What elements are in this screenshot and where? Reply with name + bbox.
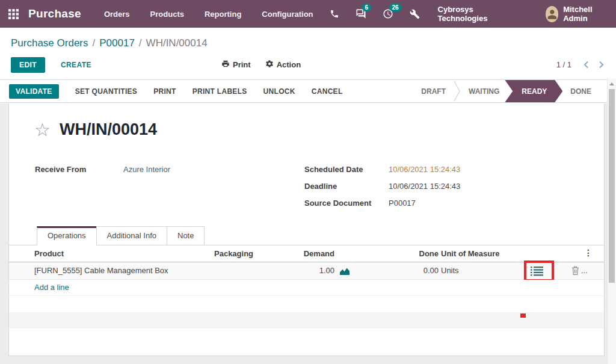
- header-product[interactable]: Product: [34, 249, 64, 258]
- form-statusbar: VALIDATE SET QUANTITIES PRINT PRINT LABE…: [0, 79, 616, 103]
- delete-row-button[interactable]: ...: [571, 265, 588, 276]
- pager-next-icon[interactable]: [599, 61, 604, 69]
- scrollbar-up-arrow-icon[interactable]: [609, 82, 614, 85]
- operations-table: Product Packaging Demand Done Unit of Me…: [9, 245, 604, 329]
- breadcrumb: Purchase Orders/P00017/WH/IN/00014: [0, 28, 616, 49]
- receive-from-label: Receive From: [35, 165, 86, 174]
- breadcrumb-separator: /: [139, 37, 142, 49]
- validate-button[interactable]: VALIDATE: [9, 84, 59, 99]
- row-product-value: [FURN_5555] Cable Management Box: [34, 266, 168, 275]
- apps-grid-icon[interactable]: [8, 8, 19, 19]
- pager-previous-icon[interactable]: [584, 61, 589, 69]
- column-options-icon[interactable]: ⋮: [584, 248, 593, 258]
- header-unit-of-measure[interactable]: Unit of Measure: [441, 249, 500, 258]
- scheduled-date-label: Scheduled Date: [304, 165, 363, 174]
- statusbar-buttons: VALIDATE SET QUANTITIES PRINT PRINT LABE…: [9, 84, 343, 99]
- user-name[interactable]: Mitchell Admin: [563, 5, 608, 23]
- breadcrumb-p00017[interactable]: P00017: [99, 37, 135, 49]
- app-menu: Orders Products Reporting Configuration: [104, 10, 313, 19]
- row-uom-value: Units: [441, 266, 459, 275]
- highlight-marker: [520, 313, 526, 318]
- company-name[interactable]: Cybrosys Technologies: [438, 5, 508, 23]
- row-trailing-ellipsis: ...: [581, 266, 588, 275]
- menu-reporting[interactable]: Reporting: [205, 10, 241, 19]
- menu-orders[interactable]: Orders: [104, 10, 130, 19]
- print-menu-label: Print: [233, 60, 251, 69]
- action-menu-label: Action: [277, 60, 301, 69]
- header-packaging[interactable]: Packaging: [214, 249, 253, 258]
- messages-badge: 6: [362, 4, 372, 11]
- pager: 1 / 1: [556, 60, 605, 69]
- table-header-row: Product Packaging Demand Done Unit of Me…: [9, 245, 604, 262]
- header-demand[interactable]: Demand: [274, 249, 334, 258]
- forecast-chart-icon[interactable]: [339, 267, 350, 277]
- odoo-purchase-receipt-screen: Purchase Orders Products Reporting Confi…: [0, 0, 616, 364]
- control-panel: EDIT CREATE Print Action 1 / 1: [11, 57, 605, 73]
- unlock-button[interactable]: UNLOCK: [263, 87, 295, 96]
- state-waiting[interactable]: WAITING: [461, 80, 507, 102]
- deadline-value: 10/06/2021 15:24:43: [389, 182, 460, 191]
- set-quantities-button[interactable]: SET QUANTITIES: [75, 87, 138, 96]
- top-navbar: Purchase Orders Products Reporting Confi…: [0, 0, 616, 28]
- row-done-value: 0.00: [378, 266, 439, 275]
- favorite-star-icon[interactable]: ☆: [34, 121, 51, 139]
- tools-wrench-icon[interactable]: [410, 8, 420, 19]
- breadcrumb-purchase-orders[interactable]: Purchase Orders: [11, 37, 88, 49]
- tab-operations[interactable]: Operations: [37, 226, 97, 245]
- state-draft[interactable]: DRAFT: [413, 80, 454, 102]
- tab-note[interactable]: Note: [167, 226, 205, 245]
- control-panel-tools: Print Action: [221, 57, 301, 73]
- add-line-row: Add a line: [9, 280, 604, 296]
- notebook-tabs: Operations Additional Info Note: [9, 227, 604, 245]
- pager-counter: 1 / 1: [556, 60, 571, 69]
- navbar-right: 6 26 Cybrosys Technologies Mitchell Admi…: [313, 5, 608, 23]
- deadline-label: Deadline: [304, 182, 337, 191]
- scrollbar-thumb[interactable]: [609, 89, 615, 283]
- state-separator: [454, 80, 461, 102]
- menu-configuration[interactable]: Configuration: [262, 10, 313, 19]
- phone-icon[interactable]: [330, 8, 339, 19]
- table-row[interactable]: [FURN_5555] Cable Management Box 1.00 0.…: [9, 262, 604, 280]
- printer-icon: [221, 60, 230, 70]
- breadcrumb-active: WH/IN/00014: [146, 37, 208, 49]
- create-button[interactable]: CREATE: [61, 61, 91, 69]
- scheduled-date-value: 10/06/2021 15:24:43: [389, 165, 460, 174]
- document-title: WH/IN/00014: [60, 120, 157, 139]
- source-document-label: Source Document: [304, 199, 371, 208]
- row-demand-value: 1.00: [274, 266, 334, 275]
- edit-button[interactable]: EDIT: [11, 57, 45, 73]
- print-menu-button[interactable]: Print: [221, 60, 251, 70]
- activities-badge: 26: [389, 4, 402, 11]
- activities-clock-icon[interactable]: 26: [383, 8, 393, 19]
- vertical-scrollbar[interactable]: [607, 78, 616, 364]
- gear-icon: [265, 60, 274, 70]
- tab-additional-info[interactable]: Additional Info: [96, 226, 167, 245]
- state-ready-active[interactable]: READY: [505, 80, 562, 102]
- cancel-button[interactable]: CANCEL: [312, 87, 343, 96]
- user-avatar[interactable]: [546, 6, 559, 22]
- add-a-line-link[interactable]: Add a line: [34, 283, 69, 292]
- messages-icon[interactable]: 6: [356, 8, 366, 19]
- header-done[interactable]: Done: [378, 249, 439, 258]
- action-menu-button[interactable]: Action: [265, 60, 301, 70]
- status-pipeline: DRAFT WAITING READY DONE: [413, 80, 616, 102]
- empty-row: [9, 296, 604, 312]
- print-labels-button[interactable]: PRINT LABELS: [192, 87, 247, 96]
- state-done[interactable]: DONE: [562, 80, 599, 102]
- source-document-value: P00017: [389, 199, 416, 208]
- highlight-box: [524, 261, 554, 282]
- title-row: ☆ WH/IN/00014: [34, 120, 157, 139]
- receive-from-value: Azure Interior: [123, 165, 170, 174]
- empty-row-striped: [9, 312, 604, 329]
- app-name[interactable]: Purchase: [28, 7, 81, 20]
- content-area: ☆ WH/IN/00014 Receive From Azure Interio…: [0, 103, 616, 364]
- form-sheet: ☆ WH/IN/00014 Receive From Azure Interio…: [8, 103, 605, 356]
- menu-products[interactable]: Products: [150, 10, 184, 19]
- breadcrumb-separator: /: [93, 37, 96, 49]
- print-button[interactable]: PRINT: [153, 87, 176, 96]
